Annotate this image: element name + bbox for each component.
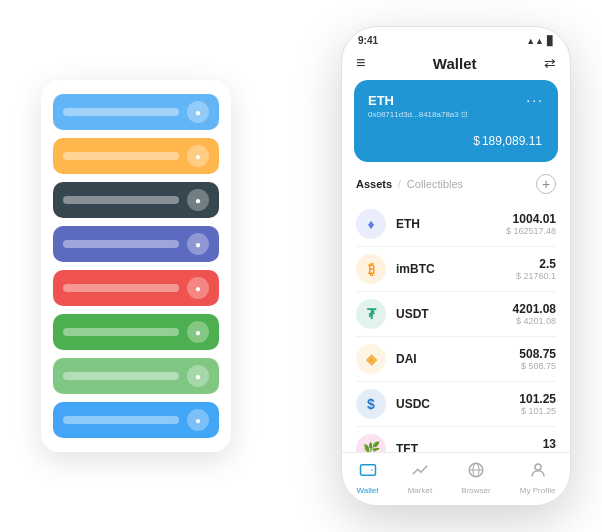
menu-icon[interactable]: ≡ xyxy=(356,54,365,72)
token-list: ♦ETH1004.01$ 162517.48₿imBTC2.5$ 21760.1… xyxy=(342,202,570,452)
nav-label-market: Market xyxy=(408,486,432,495)
bottom-nav: WalletMarketBrowserMy Profile xyxy=(342,452,570,505)
token-icon: ₿ xyxy=(356,254,386,284)
nav-label-my-profile: My Profile xyxy=(520,486,556,495)
expand-icon[interactable]: ⇄ xyxy=(544,55,556,71)
nav-item-market[interactable]: Market xyxy=(408,461,432,495)
eth-card-header: ETH ··· xyxy=(368,92,544,108)
eth-card-address: 0x08711d3d...8418a78a3 ⊡ xyxy=(368,110,544,119)
nav-icon-wallet xyxy=(359,461,377,484)
token-icon: 🌿 xyxy=(356,434,386,452)
token-balance: 2.5$ 21760.1 xyxy=(516,257,556,281)
token-name: DAI xyxy=(396,352,519,366)
assets-header: Assets / Collectibles + xyxy=(342,174,570,202)
token-item[interactable]: 🌿TFT130 xyxy=(356,427,556,452)
token-name: ETH xyxy=(396,217,506,231)
card-stack: ●●●●●●●● xyxy=(41,80,231,452)
nav-item-wallet[interactable]: Wallet xyxy=(357,461,379,495)
token-item[interactable]: ₿imBTC2.5$ 21760.1 xyxy=(356,247,556,292)
eth-card-balance: $189,089.11 xyxy=(368,127,544,150)
status-bar: 9:41 ▲▲ ▊ xyxy=(342,27,570,50)
token-name: imBTC xyxy=(396,262,516,276)
svg-rect-0 xyxy=(360,465,375,476)
phone-mockup: 9:41 ▲▲ ▊ ≡ Wallet ⇄ ETH ··· 0x08711d3d.… xyxy=(341,26,571,506)
scene: ●●●●●●●● 9:41 ▲▲ ▊ ≡ Wallet ⇄ ETH ··· 0x… xyxy=(21,16,581,516)
token-balance: 130 xyxy=(543,437,556,452)
card-item[interactable]: ● xyxy=(53,138,219,174)
token-item[interactable]: $USDC101.25$ 101.25 xyxy=(356,382,556,427)
card-item[interactable]: ● xyxy=(53,358,219,394)
nav-label-browser: Browser xyxy=(461,486,490,495)
status-time: 9:41 xyxy=(358,35,378,46)
token-balance: 508.75$ 508.75 xyxy=(519,347,556,371)
card-item[interactable]: ● xyxy=(53,270,219,306)
nav-item-my-profile[interactable]: My Profile xyxy=(520,461,556,495)
card-item[interactable]: ● xyxy=(53,182,219,218)
eth-card-options[interactable]: ··· xyxy=(526,92,544,108)
token-name: USDC xyxy=(396,397,519,411)
card-item[interactable]: ● xyxy=(53,402,219,438)
svg-point-4 xyxy=(535,464,541,470)
token-balance: 4201.08$ 4201.08 xyxy=(513,302,556,326)
nav-icon-browser xyxy=(467,461,485,484)
token-balance: 101.25$ 101.25 xyxy=(519,392,556,416)
card-item[interactable]: ● xyxy=(53,226,219,262)
collectibles-tab[interactable]: Collectibles xyxy=(407,178,463,190)
token-item[interactable]: ₮USDT4201.08$ 4201.08 xyxy=(356,292,556,337)
wallet-title: Wallet xyxy=(433,55,477,72)
nav-icon-market xyxy=(411,461,429,484)
token-icon: $ xyxy=(356,389,386,419)
token-balance: 1004.01$ 162517.48 xyxy=(506,212,556,236)
token-name: TFT xyxy=(396,442,543,452)
token-icon: ₮ xyxy=(356,299,386,329)
status-icons: ▲▲ ▊ xyxy=(526,36,554,46)
token-name: USDT xyxy=(396,307,513,321)
token-icon: ♦ xyxy=(356,209,386,239)
phone-header: ≡ Wallet ⇄ xyxy=(342,50,570,80)
token-icon: ◈ xyxy=(356,344,386,374)
assets-tabs: Assets / Collectibles xyxy=(356,178,463,190)
nav-item-browser[interactable]: Browser xyxy=(461,461,490,495)
eth-card[interactable]: ETH ··· 0x08711d3d...8418a78a3 ⊡ $189,08… xyxy=(354,80,558,162)
add-token-button[interactable]: + xyxy=(536,174,556,194)
nav-icon-my-profile xyxy=(529,461,547,484)
nav-label-wallet: Wallet xyxy=(357,486,379,495)
token-item[interactable]: ♦ETH1004.01$ 162517.48 xyxy=(356,202,556,247)
assets-tab[interactable]: Assets xyxy=(356,178,392,190)
card-item[interactable]: ● xyxy=(53,94,219,130)
card-item[interactable]: ● xyxy=(53,314,219,350)
token-item[interactable]: ◈DAI508.75$ 508.75 xyxy=(356,337,556,382)
eth-card-title: ETH xyxy=(368,93,394,108)
